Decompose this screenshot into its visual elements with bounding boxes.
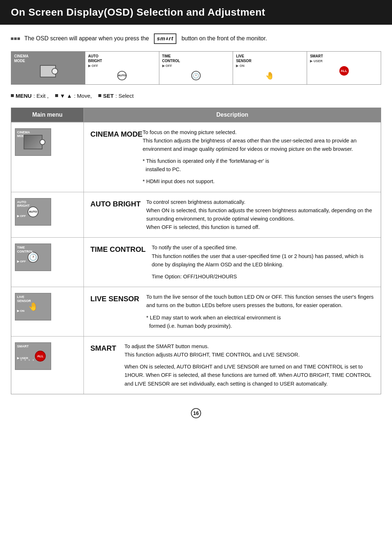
osd-time-control[interactable]: TIMECONTROL ▶ OFF 🕐 [159,52,233,84]
osd-auto-value: ▶ OFF [88,64,156,68]
live-desc-text: To turn the live sensor of the touch but… [146,293,374,330]
auto-p1: To control screen brightness automatical… [146,198,374,232]
table-row-time: TIMECONTROL ▶ OFF 🕐 TIME CONTROL To noti… [11,237,381,287]
nav-set-action: : Select [115,93,134,99]
smart-p2: When ON is selected, AUTO BRIGHT and LIV… [124,363,374,388]
table-row-cinema: CINEMAMODE CINEMA MODE To focus on the m… [11,122,381,192]
main-table: Main menu Description CINEMAMODE CINEMA [11,108,381,394]
bullet-2 [14,37,17,40]
osd-cinema-mode[interactable]: CINEMAMODE [11,52,85,84]
menu-col-live: LIVESENSOR ▶ ON 🤚 [11,287,84,336]
live-sensor-icon-box: LIVESENSOR ▶ ON 🤚 [15,293,51,321]
osd-smart-icon-area: ALL [310,64,378,77]
page-footer: 16 [0,403,392,423]
nav-arrows-item: ▼ ▲ : Move, [55,93,92,99]
smart-hat: â [166,36,168,42]
intro-section: The OSD screen will appear when you pres… [11,33,381,44]
intro-text-after: button on the front of the monitor. [181,34,267,43]
menu-header-label: Main menu [32,112,63,118]
intro-text-before: The OSD screen will appear when you pres… [24,34,149,43]
osd-cinema-label: CINEMAMODE [14,54,82,63]
osd-time-value: ▶ OFF [162,64,230,68]
desc-col-live: LIVE SENSOR To turn the live sensor of t… [84,287,381,336]
nav-hint: MENU : Exit , ▼ ▲ : Move, SET : Select [11,90,381,101]
time-desc-inner: TIME CONTROL To notify the user of a spe… [90,243,374,281]
nav-set-item: SET : Select [98,93,134,99]
nav-bullet-set [98,94,101,97]
col-desc-header: Description [84,108,381,122]
osd-smart-value: ▶ USER [310,59,378,63]
auto-bright-box-label: AUTOBRIGHT [17,200,30,208]
smart-icon-box: SMART ▶ USER ● ● ● ● ALL [15,342,51,370]
cinema-lens [40,139,45,145]
nav-bullet-arrows [55,94,58,97]
all-button-visual: ALL [35,351,46,362]
cinema-mode-visual [24,135,42,149]
table-header: Main menu Description [11,108,381,122]
osd-smart[interactable]: SMART ▶ USER ALL [307,52,381,84]
desc-col-cinema: CINEMA MODE To focus on the moving pictu… [84,122,381,192]
page-header: On Screen Display(OSD) Selection and Adj… [0,0,392,25]
time-control-off-value: ▶ OFF [17,260,26,263]
cinema-title: CINEMA MODE [90,128,138,186]
time-p1: To notify the user of a specified time.T… [152,243,374,269]
intro-bullets [11,37,20,40]
smart-p1: To adjust the SMART button menus.This fu… [124,342,374,359]
cinema-p1: To focus on the moving picture selected.… [143,128,374,154]
live-title: LIVE SENSOR [90,293,141,330]
time-control-icon-box: TIMECONTROL ▶ OFF 🕐 [15,243,51,271]
cinema-desc-inner: CINEMA MODE To focus on the moving pictu… [90,128,374,186]
osd-time-label: TIMECONTROL [162,54,230,63]
time-title: TIME CONTROL [90,243,147,281]
nav-bullet-menu [11,94,14,97]
table-row-smart: SMART ▶ USER ● ● ● ● ALL SMART To adjust… [11,336,381,394]
osd-auto-label: AUTOBRIGHT [88,54,156,63]
table-row-auto: AUTOBRIGHT ▶ OFF AUTO AUTO BRIGHT To con… [11,192,381,238]
live-p1: To turn the live sensor of the touch but… [146,293,374,310]
desc-header-label: Description [216,112,248,118]
nav-arrows-action: : Move, [74,93,92,99]
page-title: On Screen Display(OSD) Selection and Adj… [11,7,265,18]
smart-desc-inner: SMART To adjust the SMART button menus.T… [90,342,374,388]
nav-arrows: ▼ ▲ [60,93,72,99]
smart-logo: smârt [154,33,176,44]
osd-preview: CINEMAMODE AUTOBRIGHT ▶ OFF AUTO TIMECON… [11,51,381,85]
osd-auto-icon-area: AUTO [88,69,156,82]
auto-bright-icon: AUTO [117,71,127,80]
clock-icon: 🕐 [191,71,201,80]
hand-icon: 🤚 [265,71,274,80]
col-menu-header: Main menu [11,108,84,122]
desc-col-smart: SMART To adjust the SMART button menus.T… [84,337,381,394]
osd-smart-label: SMART [310,54,378,59]
time-desc-text: To notify the user of a specified time.T… [152,243,374,281]
live-sensor-box-label: LIVESENSOR [17,295,31,303]
auto-bright-off-value: ▶ OFF [17,214,26,218]
all-icon: ALL [339,66,349,76]
live-p2: * LED may start to work when an electric… [146,314,374,330]
auto-desc-text: To control screen brightness automatical… [146,198,374,232]
auto-bright-icon-box: AUTOBRIGHT ▶ OFF AUTO [15,198,51,226]
bullet-1 [11,37,13,40]
time-p2: Time Option: OFF/1HOUR/2HOURS [152,273,374,281]
nav-menu-label: MENU [16,93,32,99]
cinema-p2: * This function is operated only if the … [143,157,374,174]
bullet-3 [17,37,20,40]
osd-live-label: LIVESENSOR [236,54,304,63]
desc-col-auto: AUTO BRIGHT To control screen brightness… [84,192,381,238]
nav-menu-item: MENU : Exit , [11,93,49,99]
nav-menu-action: : Exit , [33,93,49,99]
smart-box-label: SMART [17,345,29,348]
smart-user-value: ▶ USER [17,356,28,360]
osd-time-icon-area: 🕐 [162,69,230,82]
osd-auto-bright[interactable]: AUTOBRIGHT ▶ OFF AUTO [85,52,159,84]
time-control-box-label: TIMECONTROL [17,246,33,254]
page-number: 16 [191,408,201,418]
cinema-mode-icon-box: CINEMAMODE [15,128,51,156]
cinema-icon [40,65,56,77]
auto-desc-inner: AUTO BRIGHT To control screen brightness… [90,198,374,232]
cinema-desc-text: To focus on the moving picture selected.… [143,128,374,186]
table-row-live: LIVESENSOR ▶ ON 🤚 LIVE SENSOR To turn th… [11,287,381,336]
osd-live-sensor[interactable]: LIVESENSOR ▶ ON 🤚 [233,52,307,84]
smart-desc-text: To adjust the SMART button menus.This fu… [124,342,374,388]
menu-col-auto: AUTOBRIGHT ▶ OFF AUTO [11,192,84,238]
